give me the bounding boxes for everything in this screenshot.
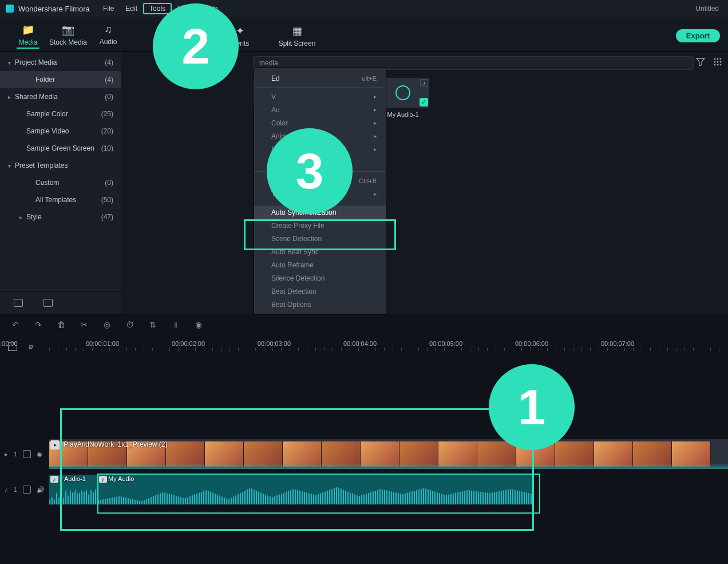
chevron-right-icon: ▸ [374,191,377,197]
sidebar-item-project-media[interactable]: ▾Project Media(4) [0,54,121,71]
delete-icon[interactable]: 🗑 [56,320,66,330]
music-note-icon: ♪ [420,79,428,87]
camera-icon: 📷 [48,23,88,36]
menu-item-silence-detection: Silence Detection [254,271,386,285]
ruler-tick: 00:00:05:00 [429,340,462,347]
search-placeholder: media [259,59,278,67]
ruler-tick: 00:00:04:00 [343,340,377,347]
nav-split-screen[interactable]: ▦Split Screen [277,25,317,48]
ruler-tick: 00:00:06:00 [515,340,548,347]
nav-media[interactable]: 📁Media [8,23,48,49]
music-icon: ♫ [88,23,128,36]
open-folder-icon[interactable] [43,299,53,307]
sidebar-item-shared-media[interactable]: ▸Shared Media(0) [0,88,121,105]
grid-view-icon[interactable] [713,57,722,66]
sidebar-item-sample-green-screen[interactable]: Sample Green Screen(10) [0,140,121,157]
lock-icon[interactable] [23,486,31,494]
svg-point-8 [720,64,722,66]
svg-point-3 [714,61,716,63]
nav-audio[interactable]: ♫Audio [88,23,128,49]
visibility-icon[interactable]: ◉ [37,451,42,458]
menu-item-scene-detection: Scene Detection [254,232,386,245]
video-track-index: 1 [14,451,17,457]
svg-point-2 [720,58,722,60]
ruler-tick: 00:00:07:00 [601,340,634,347]
audio-clip1-label: y Audio-1 [60,475,86,482]
audio-track[interactable]: ♪ 1 🔊 ♪ y Audio-1 ♪ My Audio [0,474,728,506]
chevron-right-icon: ▸ [374,146,377,152]
svg-point-0 [714,58,716,60]
svg-point-7 [717,64,719,66]
menu-item-create-proxy-file: Create Proxy File [254,219,386,232]
menu-tools[interactable]: Tools [143,3,172,14]
ruler-tick: 00:00:01:00 [86,340,119,347]
menu-item-au: Au▸ [254,103,386,116]
clip-play-icon: ▸ [50,440,60,449]
video-clip-label: llPlayAndNoWork_1x1_Preview (2) [61,440,168,448]
menu-file[interactable]: File [97,3,120,14]
svg-point-5 [720,61,722,63]
chevron-right-icon: ▸ [374,120,377,126]
sidebar-item-sample-video[interactable]: Sample Video(20) [0,123,121,140]
svg-point-6 [714,64,716,66]
audio-track-badge: ♪ [5,486,8,493]
record-icon[interactable]: ◉ [193,320,204,330]
check-icon: ✓ [420,98,428,107]
timeline-mode-icon[interactable] [8,342,17,351]
menu-item-beat-detection: Beat Detection [254,285,386,298]
mute-icon[interactable]: 🔊 [37,486,45,494]
speed-icon[interactable]: ⏱ [125,320,135,330]
menu-item-ed[interactable]: Edult+E [254,72,386,85]
audio-clip-2[interactable]: ♪ My Audio [98,475,533,504]
menu-item-color: Color▸ [254,116,386,129]
grid-icon: ▦ [277,25,317,37]
export-button[interactable]: Export [676,29,720,42]
cut-icon[interactable]: ✂ [79,320,89,330]
sidebar-item-custom[interactable]: Custom(0) [0,174,121,191]
sidebar-item-style[interactable]: ▸Style(47) [0,208,121,226]
ruler-tick: 00:00:03:00 [258,340,291,347]
timeline-tracks: ▸ 1 ◉ ▸ llPlayAndNoWork_1x1_Preview (2) … [0,438,728,506]
timeline-ruler[interactable]: :00:0000:00:01:0000:00:02:0000:00:03:000… [0,335,728,352]
audio-icon[interactable]: ⦀ [171,320,181,330]
new-folder-icon[interactable] [14,299,23,307]
sidebar-item-all-templates[interactable]: All Templates(50) [0,191,121,208]
sidebar-footer [0,291,121,314]
adjust-icon[interactable]: ⇅ [148,320,158,330]
filter-icon[interactable] [696,57,705,66]
undo-icon[interactable]: ↶ [10,320,21,330]
color-icon[interactable]: ◎ [102,320,112,330]
audio-note-icon: ♪ [99,476,107,483]
folder-icon: 📁 [8,23,48,36]
sidebar-item-preset-templates[interactable]: ▾Preset Templates [0,157,121,174]
nav-stock-media[interactable]: 📷Stock Media [48,23,88,49]
menu-item-auto-reframe: Auto Reframe [254,258,386,271]
top-nav: 📁Media📷Stock Media♫Audio ✦ments▦Split Sc… [0,17,728,52]
video-track[interactable]: ▸ 1 ◉ ▸ llPlayAndNoWork_1x1_Preview (2) [0,438,728,470]
link-icon[interactable]: ⌀ [29,342,33,351]
menubar: FileEditToolsViewHelp [0,2,728,15]
audio-clip-1[interactable]: ♪ y Audio-1 [49,475,98,504]
video-clip[interactable]: ▸ llPlayAndNoWork_1x1_Preview (2) [49,439,728,469]
lock-icon[interactable] [23,450,31,458]
audio-note-icon: ♪ [50,476,58,483]
step-badge-2: 2 [153,3,239,89]
sidebar-item-folder[interactable]: Folder(4) [0,71,121,88]
video-track-badge: ▸ [5,451,8,458]
step-badge-1: 1 [489,364,575,450]
svg-point-1 [717,58,719,60]
audio-clip2-label: My Audio [108,475,134,482]
menu-item-auto-beat-sync: Auto Beat Sync [254,245,386,258]
step-badge-3: 3 [267,128,353,214]
chevron-right-icon: ▸ [374,107,377,113]
menu-item-beat-options: Beat Options [254,298,386,311]
audio-track-index: 1 [14,486,17,493]
menu-item-v: V▸ [254,90,386,103]
svg-point-4 [717,61,719,63]
sidebar-item-sample-color[interactable]: Sample Color(25) [0,105,121,123]
redo-icon[interactable]: ↷ [33,320,43,330]
chevron-right-icon: ▸ [374,133,377,139]
timeline-toolbar: ↶ ↷ 🗑 ✂ ◎ ⏱ ⇅ ⦀ ◉ [0,314,728,335]
timeline: ↶ ↷ 🗑 ✂ ◎ ⏱ ⇅ ⦀ ◉ :00:0000:00:01:0000:00… [0,314,728,564]
menu-edit[interactable]: Edit [120,3,143,14]
